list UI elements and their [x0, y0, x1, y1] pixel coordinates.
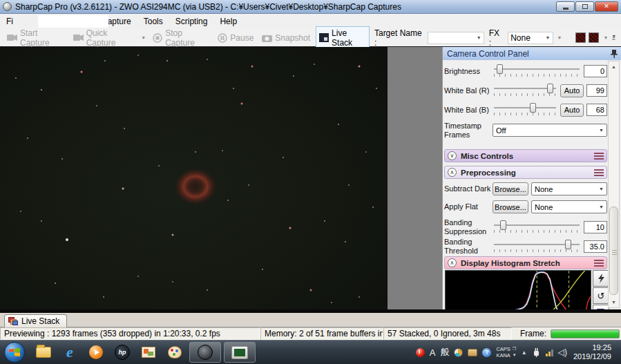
banding-threshold-slider[interactable] [493, 239, 581, 254]
ime-help-icon[interactable]: ? [482, 348, 491, 357]
fx-dropdown[interactable]: ▼ [556, 35, 564, 40]
banding-suppression-slider[interactable] [493, 220, 581, 235]
fx-combo[interactable]: None▼ [508, 32, 553, 44]
minimize-button[interactable] [556, 1, 575, 12]
taskbar-clock[interactable]: 19:25 2019/12/09 [572, 343, 615, 361]
taskbar-photos-icon[interactable] [135, 342, 162, 363]
white-bal-b-auto-button[interactable]: Auto [560, 104, 584, 117]
white-bal-b-value[interactable]: 68 [586, 104, 607, 116]
ime-kanji-indicator[interactable]: 般 [440, 346, 449, 358]
star [241, 103, 243, 105]
histogram-display-button[interactable] [575, 32, 586, 43]
stop-capture-button[interactable]: Stop Capture [150, 27, 212, 49]
reset-stretch-button[interactable]: ↺ [593, 287, 609, 304]
start-button[interactable] [4, 342, 25, 363]
banding-suppression-label: Banding Suppression [444, 218, 493, 236]
scroll-down-arrow[interactable]: ▼ [609, 297, 619, 307]
star [348, 184, 350, 186]
target-name-combo[interactable]: ▼ [428, 32, 484, 44]
volume-icon[interactable]: ◁) [558, 347, 567, 357]
timestamp-frames-select[interactable]: Off ▼ [493, 124, 607, 137]
quick-capture-dropdown[interactable]: ▼ [140, 35, 147, 40]
apply-flat-browse-button[interactable]: Browse... [493, 200, 528, 213]
taskbar-running-app-button[interactable] [189, 342, 221, 363]
scrollbar-thumb[interactable] [609, 207, 618, 295]
tray-app-icon[interactable] [454, 348, 463, 357]
tray-app-icon[interactable] [468, 349, 477, 356]
menu-icon[interactable] [594, 258, 604, 268]
taskbar-sharpcap-button[interactable] [224, 342, 256, 363]
notification-icon[interactable] [416, 348, 425, 357]
star [61, 158, 63, 160]
slider-thumb[interactable] [500, 220, 506, 230]
hp-icon: hp [115, 345, 130, 360]
banding-threshold-value[interactable]: 35.0 [584, 240, 607, 253]
star [222, 150, 223, 151]
snapshot-button[interactable]: Snapshot [259, 32, 313, 44]
brightness-value[interactable]: 0 [584, 65, 607, 77]
slider-thumb[interactable] [497, 64, 503, 74]
start-capture-button[interactable]: Start Capture [4, 27, 68, 49]
slider-thumb[interactable] [547, 84, 553, 93]
tab-live-stack[interactable]: Live Stack [4, 314, 67, 327]
display-histogram-stretch-header[interactable]: ∧ Display Histogram Stretch [444, 256, 607, 269]
white-bal-r-value[interactable]: 99 [586, 84, 607, 97]
quick-capture-button[interactable]: Quick Capture [70, 27, 137, 49]
brightness-slider[interactable] [493, 64, 581, 79]
close-button[interactable]: ✕ [595, 1, 618, 12]
histogram-buttons-dropdown[interactable]: ▼ [602, 35, 609, 40]
banding-threshold-row: Banding Threshold 35.0 [444, 238, 607, 255]
panel-scrollbar[interactable]: ▲ ▼ [608, 61, 620, 308]
chevron-down-icon: ▼ [513, 352, 517, 358]
show-hidden-icons-button[interactable]: ▲ [522, 349, 527, 356]
auto-stretch-button[interactable] [593, 270, 609, 287]
star [310, 289, 312, 291]
video-camera-icon [7, 34, 17, 41]
toolbar-overflow-button[interactable]: ▾≡ [612, 35, 617, 41]
preprocessing-header[interactable]: ∧ Preprocessing [444, 166, 607, 179]
collapse-icon[interactable]: ∧ [448, 168, 457, 177]
collapse-icon[interactable]: ∧ [448, 258, 457, 267]
menu-icon[interactable] [594, 151, 604, 161]
subtract-dark-browse-button[interactable]: Browse... [493, 182, 528, 195]
taskbar-paint-icon[interactable] [162, 342, 188, 363]
taskbar-explorer-icon[interactable] [30, 342, 57, 363]
taskbar-hp-icon[interactable]: hp [109, 342, 135, 363]
histogram-log-button[interactable] [589, 32, 599, 43]
menu-icon[interactable] [594, 168, 604, 178]
ime-mode-indicator[interactable]: A [430, 347, 436, 358]
taskbar-ie-icon[interactable]: e [57, 342, 83, 363]
pin-icon[interactable] [611, 50, 618, 58]
apply-flat-select[interactable]: None ▼ [531, 200, 607, 213]
misc-controls-header[interactable]: ∨ Misc Controls [444, 149, 607, 162]
white-bal-r-auto-button[interactable]: Auto [560, 84, 584, 97]
slider-thumb[interactable] [565, 240, 571, 249]
lightning-icon [598, 274, 605, 283]
banding-suppression-value[interactable]: 10 [584, 221, 607, 233]
network-signal-icon[interactable] [546, 348, 553, 356]
power-plug-icon[interactable] [532, 348, 541, 357]
star [172, 281, 173, 282]
subtract-dark-select[interactable]: None ▼ [531, 182, 607, 195]
maximize-button[interactable] [575, 1, 594, 12]
white-bal-b-slider[interactable] [493, 102, 557, 117]
taskbar-media-player-icon[interactable] [83, 342, 109, 363]
star [124, 128, 125, 129]
sharpcap-app-icon [3, 2, 12, 11]
banding-suppression-row: Banding Suppression 10 [444, 218, 607, 236]
status-preview: Previewing : 1293 frames (353 dropped) i… [0, 327, 260, 340]
pause-button[interactable]: Pause [215, 32, 256, 44]
expand-icon[interactable]: ∨ [448, 151, 457, 160]
media-player-icon [89, 345, 103, 359]
star [104, 60, 106, 61]
slider-thumb[interactable] [530, 103, 536, 113]
photos-icon [142, 347, 155, 358]
star [137, 55, 139, 56]
camera-control-panel: Camera Control Panel Brightness 0 White … [442, 47, 621, 309]
menu-help[interactable]: Help [213, 15, 243, 28]
scroll-up-arrow[interactable]: ▲ [609, 61, 619, 72]
white-bal-r-slider[interactable] [493, 83, 557, 98]
live-stack-button[interactable]: Live Stack [316, 26, 370, 50]
star [293, 75, 294, 77]
ime-caps-kana-indicator[interactable]: CAPS❐ KANA▼ [496, 346, 516, 358]
